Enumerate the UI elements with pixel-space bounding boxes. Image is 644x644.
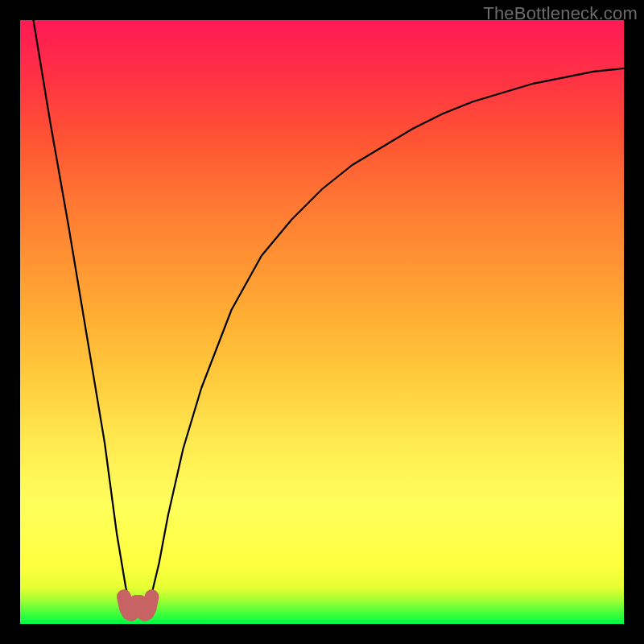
bottleneck-curve [34,20,625,609]
watermark-text: TheBottleneck.com [483,3,638,24]
chart-frame: TheBottleneck.com [0,0,644,644]
nub-right [140,597,152,614]
curve-layer [20,20,624,624]
plot-area [20,20,624,624]
